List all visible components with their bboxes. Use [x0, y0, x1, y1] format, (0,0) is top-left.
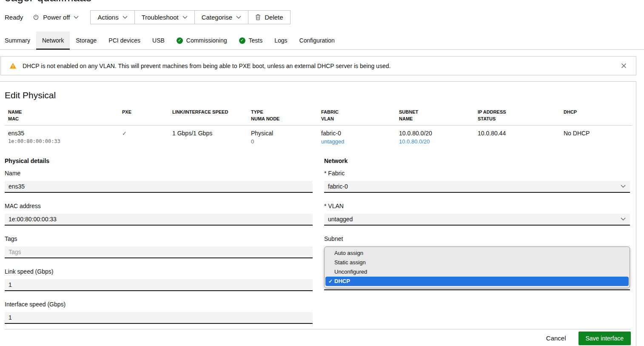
- cell-pxe: ✓: [119, 125, 169, 150]
- chevron-down-icon: [123, 16, 128, 19]
- machine-tabs: Summary Network Storage PCI devices USB …: [0, 31, 644, 50]
- subnet-select-underline: [324, 289, 630, 290]
- warning-message: DHCP is not enabled on any VLAN. This wi…: [23, 63, 390, 69]
- col-subnet-name: SUBNETNAME: [396, 109, 474, 125]
- interface-speed-label: Interface speed (Gbps): [5, 301, 313, 308]
- tab-label: Commissioning: [186, 37, 227, 44]
- interface-speed-field: Interface speed (Gbps): [5, 301, 313, 324]
- col-ip-status: IP ADDRESSSTATUS: [474, 109, 560, 125]
- iface-mac: 1e:00:80:00:00:33: [8, 138, 115, 145]
- tab-commissioning[interactable]: ✓ Commissioning: [171, 31, 233, 50]
- warning-icon: [9, 63, 17, 69]
- tab-network[interactable]: Network: [36, 31, 70, 50]
- categorise-label: Categorise: [202, 14, 233, 21]
- mac-input[interactable]: [5, 214, 313, 226]
- link-speed-label: Link speed (Gbps): [5, 268, 313, 275]
- cell-dhcp: No DHCP: [560, 125, 632, 150]
- tab-label: Summary: [5, 37, 30, 44]
- actions-label: Actions: [97, 14, 118, 21]
- tags-input[interactable]: [5, 246, 313, 258]
- name-input[interactable]: [5, 181, 313, 193]
- subnet-option-auto-assign[interactable]: Auto assign: [325, 249, 630, 258]
- tab-logs[interactable]: Logs: [268, 31, 293, 50]
- option-label: Unconfigured: [334, 269, 367, 275]
- machine-title: eager-quail.maas: [5, 0, 91, 4]
- panel-title: Edit Physical: [5, 90, 636, 100]
- table-header-row: NAMEMAC PXE LINK/INTERFACE SPEED TYPENUM…: [5, 109, 632, 125]
- troubleshoot-menu-button[interactable]: Troubleshoot: [134, 11, 194, 24]
- interface-speed-input[interactable]: [5, 312, 313, 324]
- machine-actions-group: Actions Troubleshoot Categorise Delete: [90, 10, 290, 24]
- machine-action-row: Ready Power off Actions Troubleshoot Cat…: [5, 10, 644, 24]
- network-heading: Network: [324, 157, 630, 165]
- tab-label: Storage: [76, 37, 97, 44]
- troubleshoot-label: Troubleshoot: [142, 14, 179, 21]
- tab-label: Configuration: [299, 37, 335, 44]
- fabric-select[interactable]: fabric-0: [324, 181, 630, 193]
- vlan-link[interactable]: untagged: [321, 138, 392, 146]
- success-check-icon: ✓: [177, 37, 183, 44]
- col-fabric-vlan: FABRICVLAN: [318, 109, 396, 125]
- save-interface-button[interactable]: Save interface: [578, 332, 631, 345]
- selected-check-icon: ✓: [328, 278, 333, 284]
- page-header: eager-quail.maas: [0, 0, 644, 4]
- option-label: Auto assign: [334, 250, 363, 256]
- delete-button[interactable]: Delete: [248, 11, 290, 24]
- cell-ip: 10.0.80.44: [474, 125, 560, 150]
- interface-table: NAMEMAC PXE LINK/INTERFACE SPEED TYPENUM…: [5, 109, 632, 150]
- chevron-down-icon: [236, 16, 241, 19]
- name-field: Name: [5, 170, 313, 193]
- edit-physical-panel: Edit Physical NAMEMAC PXE LINK/INTERFACE…: [0, 81, 636, 346]
- vlan-label: * VLAN: [324, 203, 630, 210]
- col-name-mac: NAMEMAC: [5, 109, 119, 125]
- mac-field: MAC address: [5, 203, 313, 226]
- power-menu-button[interactable]: Power off: [33, 14, 79, 21]
- chevron-down-icon: [621, 217, 626, 220]
- option-label: DHCP: [334, 278, 350, 284]
- trash-icon: [255, 14, 261, 20]
- tab-label: Tests: [249, 37, 263, 44]
- delete-label: Delete: [265, 14, 283, 21]
- tab-pci-devices[interactable]: PCI devices: [103, 31, 146, 50]
- iface-name: ens35: [8, 129, 115, 137]
- link-speed-field: Link speed (Gbps): [5, 268, 313, 291]
- categorise-menu-button[interactable]: Categorise: [194, 11, 248, 24]
- subnet-link[interactable]: 10.0.80.0/20: [399, 138, 471, 146]
- tab-label: USB: [152, 37, 165, 44]
- tab-storage[interactable]: Storage: [70, 31, 103, 50]
- vlan-field: * VLAN untagged: [324, 203, 630, 226]
- col-dhcp: DHCP: [560, 109, 632, 125]
- power-label: Power off: [43, 14, 70, 21]
- cell-speed: 1 Gbps/1 Gbps: [169, 125, 248, 150]
- fabric-label: * Fabric: [324, 170, 630, 177]
- tab-label: Logs: [274, 37, 287, 44]
- close-icon[interactable]: [620, 62, 627, 69]
- col-type-numa: TYPENUMA NODE: [248, 109, 318, 125]
- subnet-option-dhcp[interactable]: ✓ DHCP: [325, 277, 629, 286]
- tab-usb[interactable]: USB: [146, 31, 171, 50]
- cell-name-mac: ens35 1e:00:80:00:00:33: [5, 125, 119, 150]
- tab-configuration[interactable]: Configuration: [294, 31, 341, 50]
- cell-subnet: 10.0.80.0/20 10.0.80.0/20: [396, 125, 474, 150]
- tab-summary[interactable]: Summary: [5, 31, 36, 50]
- tab-tests[interactable]: ✓ Tests: [233, 31, 269, 50]
- col-speed: LINK/INTERFACE SPEED: [169, 109, 248, 125]
- subnet-option-unconfigured[interactable]: Unconfigured: [325, 267, 630, 277]
- pxe-check-icon: ✓: [122, 130, 127, 137]
- actions-menu-button[interactable]: Actions: [91, 11, 134, 24]
- vlan-select[interactable]: untagged: [324, 214, 630, 226]
- chevron-down-icon: [182, 16, 188, 19]
- cancel-button[interactable]: Cancel: [539, 332, 574, 344]
- tags-field: Tags: [5, 235, 313, 258]
- link-speed-input[interactable]: [5, 279, 313, 291]
- chevron-down-icon: [621, 185, 626, 188]
- physical-details-column: Physical details Name MAC address Tags L…: [5, 157, 313, 324]
- edit-form: Physical details Name MAC address Tags L…: [5, 157, 631, 324]
- mac-label: MAC address: [5, 203, 313, 210]
- subnet-dropdown-popup: Auto assign Static assign Unconfigured ✓…: [324, 246, 630, 288]
- form-footer: Cancel Save interface: [5, 329, 631, 345]
- col-pxe: PXE: [119, 109, 169, 125]
- name-label: Name: [5, 170, 313, 177]
- subnet-option-static-assign[interactable]: Static assign: [325, 258, 630, 267]
- success-check-icon: ✓: [239, 37, 245, 44]
